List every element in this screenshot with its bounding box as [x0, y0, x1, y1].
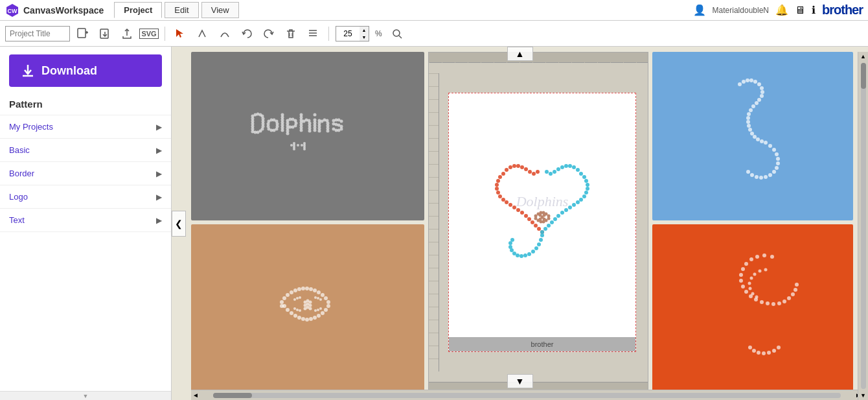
tile-question-blue[interactable] [652, 52, 853, 220]
import-button[interactable] [96, 25, 114, 43]
svg-point-241 [775, 166, 779, 170]
delete-icon [285, 28, 297, 40]
sidebar-item-logo-label: Logo [9, 192, 28, 202]
svg-point-69 [289, 125, 292, 128]
scroll-track-h[interactable] [213, 393, 841, 398]
svg-point-302 [744, 262, 748, 266]
svg-point-189 [516, 253, 520, 257]
tile-dolphins-gray[interactable]: Dolphins [191, 52, 424, 220]
ruler-side [429, 73, 439, 371]
svg-point-214 [742, 80, 746, 84]
svg-point-183 [537, 242, 541, 246]
project-title-input[interactable] [5, 26, 70, 41]
svg-point-312 [771, 302, 775, 306]
svg-point-211 [539, 218, 542, 221]
svg-point-299 [762, 253, 766, 257]
scroll-top-arrow[interactable]: ▲ [507, 47, 533, 61]
curve-tool-button[interactable] [216, 25, 234, 43]
svg-point-298 [770, 255, 774, 259]
download-button[interactable]: Download [9, 54, 162, 87]
svg-point-156 [586, 183, 589, 187]
download-icon [21, 64, 35, 78]
search-icon [391, 28, 403, 40]
svg-point-330 [762, 351, 766, 355]
select-tool-button[interactable] [172, 25, 190, 43]
svg-point-185 [531, 250, 535, 253]
svg-point-142 [537, 227, 541, 231]
svg-point-219 [760, 86, 764, 90]
svg-point-303 [741, 267, 745, 271]
username-label: MaterialdoubleN [713, 6, 769, 15]
scroll-up-v-arrow[interactable]: ▲ [859, 52, 868, 61]
sidebar-scroll-indicator[interactable]: ▼ [0, 391, 171, 400]
sidebar-item-my-projects[interactable]: My Projects ▶ [0, 115, 171, 139]
export-button[interactable] [118, 25, 136, 43]
svg-point-296 [317, 309, 319, 311]
sidebar-item-text[interactable]: Text ▶ [0, 209, 171, 232]
align-icon [307, 28, 319, 40]
tile-football-tan[interactable] [191, 224, 424, 393]
view-tab[interactable]: View [201, 2, 239, 18]
svg-point-155 [584, 179, 588, 183]
scroll-down-v-arrow[interactable]: ▼ [859, 391, 868, 400]
sidebar-item-border[interactable]: Border ▶ [0, 162, 171, 185]
zoom-down-button[interactable]: ▼ [360, 34, 369, 41]
scroll-left-arrow[interactable]: ❮ [172, 211, 186, 237]
svg-point-193 [508, 241, 512, 245]
notifications-icon[interactable]: 🔔 [775, 4, 788, 16]
scroll-left-h-arrow[interactable]: ◄ [191, 391, 200, 400]
undo-button[interactable] [238, 25, 256, 43]
svg-point-62 [286, 132, 290, 135]
svg-point-159 [582, 194, 586, 198]
node-edit-button[interactable] [194, 25, 212, 43]
align-button[interactable] [304, 25, 322, 43]
svg-point-105 [340, 119, 343, 123]
sidebar-item-logo[interactable]: Logo ▶ [0, 185, 171, 209]
scroll-track-v[interactable] [861, 63, 866, 389]
svg-point-89 [314, 128, 317, 132]
svg-point-238 [775, 152, 779, 156]
tile-curve-orange[interactable] [652, 224, 853, 393]
redo-button[interactable] [260, 25, 278, 43]
scroll-thumb-v[interactable] [861, 63, 866, 89]
svg-point-257 [309, 287, 313, 291]
curve-dots-svg [688, 237, 817, 380]
svg-point-170 [543, 227, 547, 231]
svg-point-157 [586, 187, 589, 191]
project-tab[interactable]: Project [114, 2, 162, 18]
scroll-thumb-h[interactable] [213, 393, 252, 398]
delete-button[interactable] [282, 25, 300, 43]
svg-point-313 [777, 301, 781, 305]
svg-point-323 [748, 282, 751, 285]
svg-point-207 [534, 217, 538, 220]
svg-button[interactable]: SVG [140, 25, 158, 43]
redo-icon [263, 28, 275, 40]
zoom-up-button[interactable]: ▲ [360, 27, 369, 34]
monitor-icon[interactable]: 🖥 [795, 5, 805, 16]
add-page-button[interactable] [74, 25, 92, 43]
svg-point-210 [543, 214, 546, 217]
svg-point-232 [753, 135, 757, 139]
svg-point-301 [749, 257, 753, 261]
svg-point-295 [314, 309, 317, 312]
svg-point-264 [324, 308, 328, 312]
edit-tab[interactable]: Edit [165, 2, 198, 18]
svg-point-287 [296, 297, 299, 300]
svg-point-320 [759, 270, 762, 273]
zoom-input[interactable] [336, 27, 360, 41]
scroll-bottom-arrow[interactable]: ▼ [507, 374, 533, 388]
svg-point-137 [520, 211, 524, 215]
svg-point-332 [752, 349, 756, 353]
dolphin-heart-art: Dolphins [464, 122, 620, 323]
import-icon [98, 27, 111, 40]
svg-point-114 [290, 144, 293, 147]
sidebar-scroll-down-icon: ▼ [83, 393, 89, 399]
sidebar: Download Pattern My Projects ▶ Basic ▶ B… [0, 47, 172, 400]
svg-point-289 [293, 307, 296, 310]
svg-point-230 [748, 128, 752, 132]
svg-point-152 [536, 170, 540, 174]
search-button[interactable] [388, 25, 406, 43]
svg-point-177 [556, 167, 560, 171]
social-icon[interactable]: ℹ [812, 4, 816, 16]
sidebar-item-basic[interactable]: Basic ▶ [0, 139, 171, 162]
